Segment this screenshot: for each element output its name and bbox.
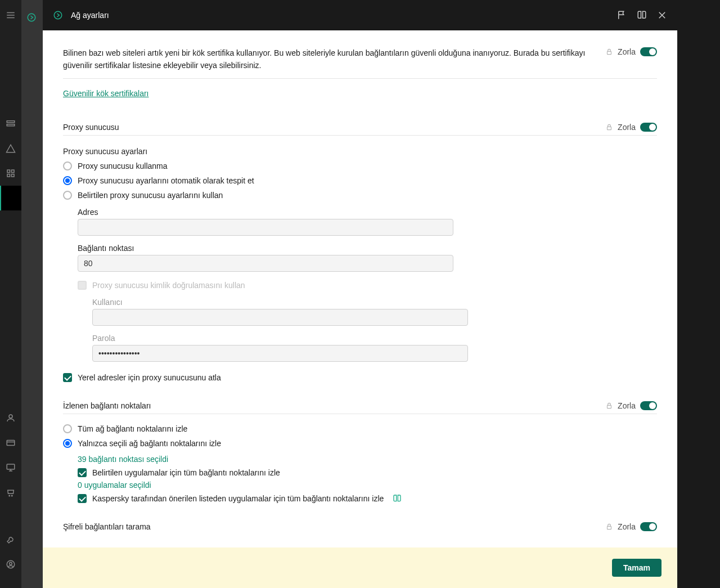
rail-card-icon[interactable] — [0, 430, 21, 455]
ports-radio-selected[interactable] — [63, 439, 72, 448]
panel-header: Ağ ayarları — [43, 0, 677, 30]
lock-label: Zorla — [618, 123, 636, 132]
proxy-user-input[interactable] — [92, 309, 468, 326]
bypass-local-checkbox[interactable] — [63, 373, 72, 382]
apps-count-link[interactable]: 0 uygulamalar seçildi — [78, 481, 151, 490]
bypass-local-label: Yerel adresler için proxy sunucusunu atl… — [78, 373, 221, 382]
svg-rect-11 — [608, 406, 611, 409]
svg-rect-10 — [608, 127, 611, 130]
root-cert-description: Bilinen bazı web siteleri artık yeni bir… — [63, 47, 605, 71]
proxy-section-title: Proxy sunucusu — [63, 123, 605, 132]
proxy-radio-manual[interactable] — [63, 191, 72, 200]
proxy-pass-label: Parola — [92, 334, 657, 343]
proxy-radio-auto-label: Proxy sunucusu ayarlarını otomatik olara… — [78, 176, 254, 185]
svg-rect-9 — [608, 51, 611, 54]
lock-icon — [605, 402, 613, 410]
svg-rect-4 — [7, 464, 15, 469]
ports-radio-all[interactable] — [63, 424, 72, 433]
lock-icon — [605, 48, 613, 56]
monitor-recommended-label: Kaspersky tarafından önerilen listeden u… — [92, 494, 384, 503]
rail-user-icon[interactable] — [0, 406, 21, 430]
lock-label: Zorla — [618, 522, 636, 531]
svg-point-2 — [9, 415, 12, 418]
proxy-address-input[interactable] — [78, 219, 453, 236]
circle-arrow-icon — [26, 12, 37, 23]
root-cert-toggle[interactable] — [640, 47, 657, 56]
rail-item-2[interactable] — [0, 136, 21, 161]
lock-label: Zorla — [618, 401, 636, 410]
ssl-toggle[interactable] — [640, 522, 657, 531]
settings-panel: Ağ ayarları Bilinen bazı web siteleri ar… — [43, 0, 677, 588]
monitor-apps-label: Belirtilen uygulamalar için tüm bağlantı… — [92, 468, 280, 477]
rail-item-active[interactable] — [0, 186, 21, 210]
svg-point-6 — [10, 562, 12, 565]
rail-profile-icon[interactable] — [0, 552, 21, 577]
proxy-pass-input[interactable] — [92, 345, 468, 362]
rail-item-3[interactable] — [0, 161, 21, 186]
proxy-radio-none-label: Proxy sunucusu kullanma — [78, 161, 168, 170]
proxy-port-input[interactable] — [78, 255, 453, 272]
proxy-radio-auto[interactable] — [63, 176, 72, 185]
lock-icon — [605, 523, 613, 531]
behind-column — [21, 0, 43, 588]
proxy-radio-none[interactable] — [63, 161, 72, 170]
rail-monitor-icon[interactable] — [0, 455, 21, 480]
svg-point-8 — [54, 11, 62, 19]
ports-selected-count-link[interactable]: 39 bağlantı noktası seçildi — [78, 455, 168, 464]
rail-wrench-icon[interactable] — [0, 527, 21, 552]
help-book-icon[interactable] — [393, 494, 402, 503]
lock-icon — [605, 123, 613, 131]
proxy-port-label: Bağlantı noktası — [78, 244, 657, 253]
trusted-root-certs-link[interactable]: Güvenilir kök sertifikaları — [63, 89, 149, 98]
monitor-apps-checkbox[interactable] — [78, 468, 87, 477]
flag-icon[interactable] — [616, 10, 627, 20]
ok-button[interactable]: Tamam — [612, 559, 662, 577]
panel-title: Ağ ayarları — [71, 11, 109, 20]
proxy-user-label: Kullanıcı — [92, 298, 657, 307]
panel-footer: Tamam — [43, 547, 677, 588]
lock-label: Zorla — [618, 47, 636, 56]
proxy-auth-checkbox[interactable] — [78, 281, 87, 290]
left-rail — [0, 0, 21, 588]
proxy-auth-label: Proxy sunucusu kimlik doğrulamasını kull… — [92, 281, 245, 290]
svg-rect-12 — [608, 527, 611, 529]
svg-rect-0 — [7, 121, 15, 123]
proxy-address-label: Adres — [78, 208, 657, 217]
ports-radio-all-label: Tüm ağ bağlantı noktalarını izle — [78, 424, 187, 433]
close-icon[interactable] — [657, 10, 667, 20]
panel-content: Bilinen bazı web siteleri artık yeni bir… — [43, 30, 677, 547]
svg-point-7 — [28, 14, 35, 21]
ssl-section-title: Şifreli bağlantıları tarama — [63, 522, 605, 531]
hamburger-icon[interactable] — [6, 10, 16, 20]
rail-cart-icon[interactable] — [0, 480, 21, 505]
proxy-radio-manual-label: Belirtilen proxy sunucusu ayarlarını kul… — [78, 191, 223, 200]
ports-radio-selected-label: Yalnızca seçili ağ bağlantı noktalarını … — [78, 439, 221, 448]
proxy-settings-label: Proxy sunucusu ayarları — [63, 147, 657, 156]
header-circle-arrow-icon — [53, 10, 63, 20]
rail-item-1[interactable] — [0, 111, 21, 136]
book-icon[interactable] — [637, 10, 647, 20]
svg-rect-3 — [7, 441, 15, 446]
monitor-recommended-checkbox[interactable] — [78, 494, 87, 503]
svg-rect-1 — [7, 124, 15, 126]
ports-toggle[interactable] — [640, 401, 657, 410]
proxy-toggle[interactable] — [640, 123, 657, 132]
ports-section-title: İzlenen bağlantı noktaları — [63, 401, 605, 410]
